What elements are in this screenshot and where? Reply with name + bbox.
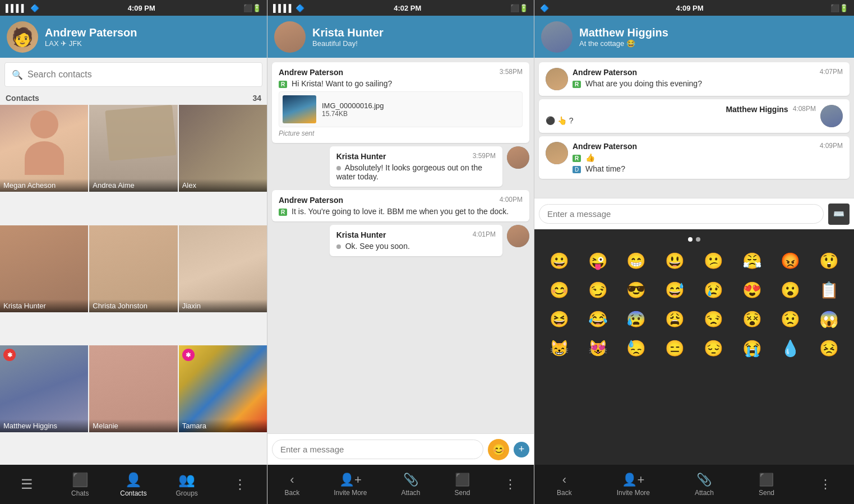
emoji-keyboard: 😀 😜 😁 😃 😕 😤 😡 😲 😊 😏 😎 😅 😢 😍 😮 📋 😆 😂 😰 😩 … — [534, 229, 854, 465]
chat-input-area-3: ⌨️ — [534, 198, 854, 229]
attach-icon-2: 📎 — [403, 473, 418, 487]
emoji-button-2[interactable]: 😊 — [488, 439, 509, 460]
groups-icon: 👥 — [178, 472, 195, 488]
emoji-key[interactable]: 😭 — [734, 335, 770, 362]
krista-bubble-2: Krista Hunter 4:01PM Ok. See you soon. — [330, 225, 502, 256]
list-item[interactable]: Melanie — [89, 345, 177, 432]
krista-bubble: Krista Hunter 3:59PM Absolutely! It look… — [330, 146, 502, 187]
nav-invite-2[interactable]: 👤+ Invite More — [334, 473, 367, 497]
invite-icon-2: 👤+ — [339, 473, 362, 487]
attachment-info: IMG_00000016.jpg 15.74KB — [322, 101, 384, 118]
attach-label-3: Attach — [695, 489, 714, 497]
emoji-key[interactable]: 😆 — [541, 306, 578, 332]
nav-attach-3[interactable]: 📎 Attach — [695, 473, 714, 497]
nav-more-2[interactable]: ⋮ — [504, 477, 516, 492]
nav-menu[interactable]: ☰ — [10, 477, 44, 492]
emoji-key[interactable]: 😎 — [618, 276, 655, 303]
contacts-header: Contacts 34 — [0, 91, 267, 105]
emoji-key[interactable]: 😀 — [541, 247, 578, 274]
bbm-r-badge: R — [279, 81, 287, 88]
emoji-key[interactable]: 😟 — [773, 306, 809, 332]
table-row: Andrew Paterson 4:00PM R It is. You're g… — [272, 190, 529, 221]
list-item[interactable]: Megan Acheson — [0, 105, 88, 192]
emoji-key[interactable]: 😁 — [618, 247, 655, 274]
emoji-key[interactable]: 😢 — [695, 276, 732, 303]
matthew-avatar-msg — [820, 105, 843, 127]
attach-icon-3: 📎 — [696, 473, 712, 487]
nav-send-2[interactable]: ⬛ Send — [454, 473, 470, 497]
emoji-key[interactable]: 😡 — [773, 247, 809, 274]
message-input-3[interactable] — [539, 204, 824, 224]
msg-sender: Andrew Paterson — [573, 142, 637, 151]
emoji-key[interactable]: 📋 — [811, 276, 847, 303]
nav-chats[interactable]: ⬛ Chats — [63, 472, 97, 497]
search-bar[interactable]: 🔍 — [4, 62, 262, 87]
emoji-key[interactable]: 😩 — [657, 306, 693, 332]
emoji-key[interactable]: 😲 — [811, 247, 847, 274]
chat-messages-krista: Andrew Paterson 3:58PM R Hi Krista! Want… — [267, 58, 534, 433]
plus-button-2[interactable]: + — [514, 442, 529, 457]
msg-sender: Krista Hunter — [336, 230, 386, 239]
nav-invite-3[interactable]: 👤+ Invite More — [617, 473, 650, 497]
nav-more[interactable]: ⋮ — [223, 477, 257, 492]
krista-avatar-msg2 — [507, 225, 529, 247]
emoji-key[interactable]: 😃 — [657, 247, 693, 274]
emoji-key[interactable]: 😰 — [618, 306, 655, 332]
bottom-nav-3: ‹ Back 👤+ Invite More 📎 Attach ⬛ Send ⋮ — [534, 465, 854, 504]
emoji-key[interactable]: 😤 — [734, 247, 770, 274]
emoji-key[interactable]: 😑 — [657, 335, 693, 362]
nav-attach-2[interactable]: 📎 Attach — [401, 473, 420, 497]
list-item[interactable]: ✱ Tamara — [179, 345, 267, 432]
msg-sender: Krista Hunter — [336, 152, 386, 161]
emoji-key[interactable]: 😻 — [580, 335, 616, 362]
emoji-key[interactable]: 😣 — [811, 335, 847, 362]
emoji-key[interactable]: 😊 — [541, 276, 578, 303]
msg-time: 4:00PM — [500, 196, 523, 204]
message-input-2[interactable] — [272, 440, 483, 459]
emoji-key[interactable]: 😮 — [773, 276, 809, 303]
emoji-key[interactable]: 😏 — [580, 276, 616, 303]
keyboard-toggle-button[interactable]: ⌨️ — [828, 204, 850, 225]
emoji-key[interactable]: 😕 — [695, 247, 732, 274]
emoji-key[interactable]: 😍 — [734, 276, 770, 303]
list-item[interactable]: Jiaxin — [179, 225, 267, 312]
nav-more-3[interactable]: ⋮ — [819, 477, 832, 492]
send-icon-2: ⬛ — [455, 473, 470, 487]
battery-2: ⬛🔋 — [510, 4, 528, 12]
profile-status-1: LAX ✈ JFK — [45, 39, 137, 48]
emoji-key[interactable]: 😓 — [618, 335, 655, 362]
nav-contacts[interactable]: 👤 Contacts — [117, 472, 150, 497]
msg-sender: Matthew Higgins — [726, 105, 788, 114]
bbm-r-badge: R — [573, 155, 581, 162]
bbm-d-badge: D — [573, 166, 581, 173]
panel-contacts: ▌▌▌▌ 🔷 4:09 PM ⬛🔋 🧑 Andrew Paterson LAX … — [0, 0, 267, 504]
emoji-key[interactable]: 😅 — [657, 276, 693, 303]
nav-back-2[interactable]: ‹ Back — [284, 473, 299, 497]
list-item[interactable]: Andrea Aime — [89, 105, 177, 192]
avatar-1: 🧑 — [7, 21, 38, 53]
emoji-key[interactable]: 😂 — [580, 306, 616, 332]
emoji-key[interactable]: 😒 — [695, 306, 732, 332]
emoji-key[interactable]: 😱 — [811, 306, 847, 332]
list-item[interactable]: Alex — [179, 105, 267, 192]
send-label-3: Send — [759, 489, 774, 497]
nav-back-3[interactable]: ‹ Back — [557, 473, 572, 497]
contact-name: Alex — [179, 179, 267, 192]
msg-text: Ok. See you soon. — [336, 242, 496, 251]
emoji-key[interactable]: 😜 — [580, 247, 616, 274]
emoji-key[interactable]: 💧 — [773, 335, 809, 362]
search-input[interactable] — [27, 70, 255, 80]
emoji-key[interactable]: 😔 — [695, 335, 732, 362]
emoji-key[interactable]: 😸 — [541, 335, 578, 362]
nav-groups[interactable]: 👥 Groups — [170, 472, 204, 497]
back-label-3: Back — [557, 489, 572, 497]
contacts-grid: Megan Acheson Andrea Aime Alex Krista Hu… — [0, 105, 267, 465]
emoji-grid: 😀 😜 😁 😃 😕 😤 😡 😲 😊 😏 😎 😅 😢 😍 😮 📋 😆 😂 😰 😩 … — [539, 245, 850, 364]
list-item[interactable]: ✱ Matthew Higgins — [0, 345, 88, 432]
table-row: Andrew Paterson 3:58PM R Hi Krista! Want… — [272, 62, 529, 143]
list-item[interactable]: Christa Johnston — [89, 225, 177, 312]
list-item[interactable]: Krista Hunter — [0, 225, 88, 312]
nav-send-3[interactable]: ⬛ Send — [759, 473, 774, 497]
emoji-key[interactable]: 😵 — [734, 306, 770, 332]
profile-info-1: Andrew Paterson LAX ✈ JFK — [45, 26, 137, 48]
